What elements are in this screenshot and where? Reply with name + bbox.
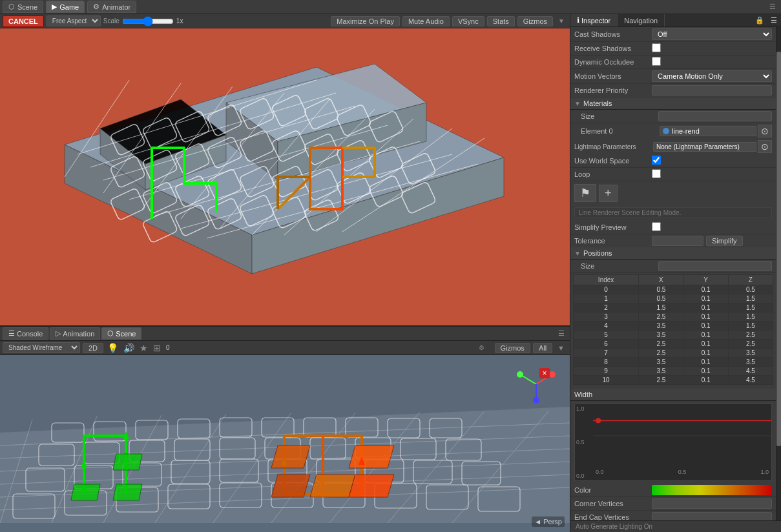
lock-button[interactable]: 🔒 (753, 15, 767, 25)
cell-y[interactable]: 0.1 (683, 294, 728, 303)
simplify-button[interactable]: Simplify (706, 236, 743, 246)
cell-z[interactable]: 1.5 (728, 303, 773, 312)
positions-size-value[interactable]: 11 (658, 261, 772, 271)
cell-x[interactable]: 3.5 (639, 331, 683, 340)
2d-button[interactable]: 2D (83, 343, 103, 353)
tab-animator[interactable]: ⚙ Animator (87, 1, 136, 13)
cell-y[interactable]: 0.1 (683, 358, 728, 367)
cell-x[interactable]: 2.5 (639, 340, 683, 349)
cell-z[interactable]: 1.5 (728, 294, 773, 303)
line-renderer-input[interactable] (574, 207, 772, 218)
cell-y[interactable]: 0.1 (683, 376, 728, 385)
menu-dots-game[interactable]: ▼ (556, 17, 567, 25)
dynamic-occludee-checkbox[interactable] (652, 57, 661, 66)
cell-x[interactable]: 3.5 (639, 358, 683, 367)
materials-section-header[interactable]: ▼ Materials (570, 97, 776, 110)
motion-vectors-value[interactable]: Camera Motion Only (652, 70, 772, 82)
panel-menu-button[interactable]: ☰ (768, 15, 780, 25)
simplify-preview-checkbox[interactable] (652, 222, 661, 231)
lightmap-pick-button[interactable]: ⊙ (758, 140, 772, 153)
cell-index[interactable]: 8 (574, 358, 639, 367)
renderer-priority-value[interactable]: 0 (652, 85, 772, 96)
motion-vectors-dropdown[interactable]: Camera Motion Only (652, 70, 772, 82)
cell-z[interactable]: 1.5 (728, 322, 773, 331)
receive-shadows-checkbox[interactable] (652, 43, 661, 52)
tolerance-input[interactable]: 4.78 (652, 236, 703, 246)
scroll-thumb[interactable] (776, 52, 781, 446)
edit-btn-1[interactable]: ⚑ (574, 184, 596, 202)
cast-shadows-dropdown[interactable]: Off (652, 28, 772, 40)
vsync-button[interactable]: VSync (452, 16, 484, 26)
cell-index[interactable]: 4 (574, 322, 639, 331)
cell-z[interactable]: 2.5 (728, 331, 773, 340)
cell-x[interactable]: 3.5 (639, 367, 683, 376)
color-bar[interactable] (652, 485, 772, 495)
bottom-menu-dots[interactable]: ☰ (556, 329, 567, 338)
end-cap-vertices-input[interactable]: 10 (652, 512, 772, 520)
gizmos-button[interactable]: Gizmos (517, 16, 553, 26)
cancel-button[interactable]: CANCEL (3, 15, 44, 27)
scene-toolbar-menu[interactable]: ▼ (555, 344, 567, 352)
cell-index[interactable]: 1 (574, 294, 639, 303)
cell-z[interactable]: 2.5 (728, 340, 773, 349)
cell-x[interactable]: 0.5 (639, 294, 683, 303)
scale-slider[interactable] (122, 16, 174, 26)
cell-x[interactable]: 2.5 (639, 312, 683, 322)
cell-index[interactable]: 3 (574, 312, 639, 322)
cell-index[interactable]: 5 (574, 331, 639, 340)
size-input[interactable]: 1 (658, 111, 772, 121)
tab-game[interactable]: ▶ Game (46, 1, 85, 13)
color-value[interactable] (652, 485, 772, 495)
cell-index[interactable]: 7 (574, 349, 639, 358)
cell-x[interactable]: 2.5 (639, 349, 683, 358)
cell-index[interactable]: 9 (574, 367, 639, 376)
tab-console[interactable]: ☰ Console (3, 327, 48, 340)
end-cap-vertices-value[interactable]: 10 (652, 512, 772, 520)
inspector-tab[interactable]: ℹ Inspector (570, 14, 618, 26)
cell-y[interactable]: 0.1 (683, 285, 728, 294)
use-world-space-checkbox[interactable] (652, 156, 661, 165)
cell-y[interactable]: 0.1 (683, 349, 728, 358)
cell-y[interactable]: 0.1 (683, 331, 728, 340)
cell-x[interactable]: 3.5 (639, 322, 683, 331)
edit-btn-2[interactable]: + (599, 185, 618, 202)
cell-x[interactable]: 2.5 (639, 376, 683, 385)
navigation-tab[interactable]: Navigation (618, 14, 665, 26)
cell-index[interactable]: 0 (574, 285, 639, 294)
corner-vertices-input[interactable]: 10 (652, 498, 772, 509)
cell-y[interactable]: 0.1 (683, 367, 728, 376)
scene-viewport-bottom[interactable]: × ◄ Persp (0, 355, 570, 532)
tab-scene[interactable]: ⬡ Scene (3, 1, 43, 13)
loop-checkbox[interactable] (652, 169, 661, 178)
tabs-menu-icon[interactable]: ☰ (767, 3, 778, 11)
cell-index[interactable]: 2 (574, 303, 639, 312)
cell-z[interactable]: 4.5 (728, 367, 773, 376)
all-button[interactable]: All (533, 343, 552, 353)
renderer-priority-input[interactable]: 0 (652, 85, 772, 96)
size-value[interactable]: 1 (658, 111, 772, 121)
mute-button[interactable]: Mute Audio (402, 16, 450, 26)
cell-x[interactable]: 1.5 (639, 303, 683, 312)
cell-y[interactable]: 0.1 (683, 312, 728, 322)
inspector-scrollbar[interactable] (776, 27, 781, 520)
tab-animation[interactable]: ▷ Animation (50, 327, 100, 340)
cell-z[interactable]: 3.5 (728, 349, 773, 358)
cell-index[interactable]: 6 (574, 340, 639, 349)
shading-dropdown[interactable]: Shaded Wireframe (3, 342, 80, 353)
cast-shadows-value[interactable]: Off (652, 28, 772, 40)
lightmap-value[interactable]: None (Lightmap Parameters) (653, 142, 756, 152)
cell-y[interactable]: 0.1 (683, 322, 728, 331)
cell-z[interactable]: 1.5 (728, 312, 773, 322)
cell-z[interactable]: 4.5 (728, 376, 773, 385)
maximize-button[interactable]: Maximize On Play (331, 16, 400, 26)
gizmos-scene-button[interactable]: Gizmos (495, 343, 530, 353)
element-0-value[interactable]: line-rend (660, 126, 756, 136)
corner-vertices-value[interactable]: 10 (652, 498, 772, 509)
cell-x[interactable]: 0.5 (639, 285, 683, 294)
positions-size-input[interactable]: 11 (658, 261, 772, 271)
stats-button[interactable]: Stats (487, 16, 515, 26)
width-chart[interactable]: 1.0 0.5 0.0 (574, 404, 772, 481)
tab-scene-bottom[interactable]: ⬡ Scene (101, 327, 141, 340)
game-viewport[interactable] (0, 28, 570, 325)
element-0-pick-button[interactable]: ⊙ (758, 125, 772, 138)
